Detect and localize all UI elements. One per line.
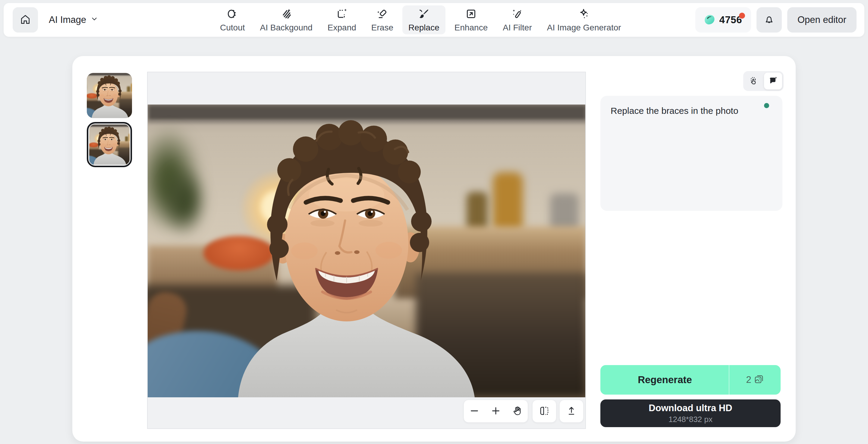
workspace-card: Replace the braces in the photo Regenera… — [72, 56, 796, 442]
tool-tabs: Cutout AI Backgound Expand Erase — [214, 5, 627, 34]
tool-ai-filter[interactable]: AI Filter — [497, 5, 538, 34]
thumbnail-result-selected[interactable] — [87, 122, 132, 167]
hand-icon — [512, 406, 523, 417]
open-editor-label: Open editor — [798, 14, 846, 25]
tool-label: Replace — [408, 23, 439, 33]
tool-label: AI Backgound — [260, 23, 313, 33]
portrait-boy — [89, 124, 130, 165]
notifications-button[interactable] — [756, 7, 782, 33]
edited-photo — [87, 73, 132, 118]
tool-ai-background[interactable]: AI Backgound — [254, 5, 318, 34]
tap-select-mode-button[interactable] — [745, 72, 763, 90]
tool-expand[interactable]: Expand — [321, 5, 362, 34]
bell-icon — [764, 14, 775, 26]
credits-badge[interactable]: 4756 — [695, 7, 751, 33]
chevron-down-icon — [90, 14, 98, 25]
compare-button[interactable] — [532, 400, 556, 423]
thumbnail-original[interactable] — [87, 73, 132, 118]
prompt-mode-button[interactable] — [764, 72, 782, 90]
tool-label: Expand — [328, 23, 356, 33]
credits-value: 4756 — [719, 14, 742, 26]
tool-cutout[interactable]: Cutout — [214, 5, 251, 34]
replace-icon — [418, 7, 430, 20]
canvas-toolbar — [148, 400, 585, 423]
tool-label: Enhance — [455, 23, 488, 33]
tool-erase[interactable]: Erase — [365, 5, 399, 34]
credit-bean-icon — [703, 13, 716, 27]
portrait-boy — [148, 104, 585, 397]
open-editor-button[interactable]: Open editor — [787, 7, 857, 33]
regenerate-cost: 2 — [729, 365, 781, 394]
edited-photo — [148, 104, 585, 397]
prompt-chat-icon — [768, 76, 778, 87]
ai-background-icon — [280, 7, 292, 20]
prompt-text: Replace the braces in the photo — [611, 105, 772, 117]
edit-mode-toggle — [743, 71, 784, 91]
app-root: AI Image Cutout AI Backgound — [0, 0, 868, 444]
tool-label: AI Image Generator — [547, 23, 621, 33]
regenerate-label: Regenerate — [600, 365, 730, 394]
export-button[interactable] — [559, 400, 584, 423]
zoom-out-button[interactable] — [465, 402, 484, 420]
tool-enhance[interactable]: Enhance — [448, 5, 494, 34]
download-label: Download ultra HD — [649, 403, 732, 414]
ai-image-generator-icon — [578, 7, 590, 20]
app-menu-dropdown[interactable]: AI Image — [49, 3, 98, 37]
enhance-icon — [465, 7, 477, 20]
credits-notification-dot — [739, 13, 745, 19]
zoom-pan-group — [464, 400, 528, 423]
export-icon — [566, 406, 577, 417]
tool-label: Erase — [371, 23, 393, 33]
tool-ai-image-generator[interactable]: AI Image Generator — [541, 5, 627, 34]
regenerate-count: 2 — [746, 374, 751, 385]
tool-replace[interactable]: Replace — [402, 5, 445, 34]
plus-icon — [490, 406, 501, 417]
thumbnail-image — [89, 124, 130, 165]
home-icon — [20, 14, 31, 26]
image-canvas[interactable] — [147, 72, 586, 429]
tap-select-icon — [749, 76, 758, 87]
prompt-panel[interactable]: Replace the braces in the photo — [600, 96, 782, 211]
portrait-boy — [87, 73, 132, 118]
app-menu-label: AI Image — [49, 14, 86, 25]
top-toolbar: AI Image Cutout AI Backgound — [4, 3, 864, 37]
home-button[interactable] — [13, 7, 38, 33]
minus-icon — [469, 406, 480, 417]
topbar-right-controls: 4756 Open editor — [695, 7, 857, 33]
zoom-in-button[interactable] — [487, 402, 505, 420]
compare-icon — [539, 406, 550, 417]
edited-photo — [89, 124, 130, 165]
ai-filter-icon — [511, 7, 523, 20]
prompt-status-dot — [764, 103, 769, 108]
canvas-photo — [148, 104, 585, 397]
tool-label: Cutout — [220, 23, 245, 33]
erase-icon — [376, 7, 388, 20]
cutout-icon — [226, 7, 239, 20]
images-stack-icon — [754, 374, 764, 386]
version-thumbnail-list — [87, 73, 133, 167]
tool-label: AI Filter — [503, 23, 532, 33]
download-button[interactable]: Download ultra HD 1248*832 px — [600, 400, 781, 427]
thumbnail-image — [87, 73, 132, 118]
pan-button[interactable] — [508, 402, 526, 420]
download-size: 1248*832 px — [669, 415, 712, 424]
expand-icon — [336, 7, 348, 20]
regenerate-button[interactable]: Regenerate 2 — [600, 365, 781, 394]
